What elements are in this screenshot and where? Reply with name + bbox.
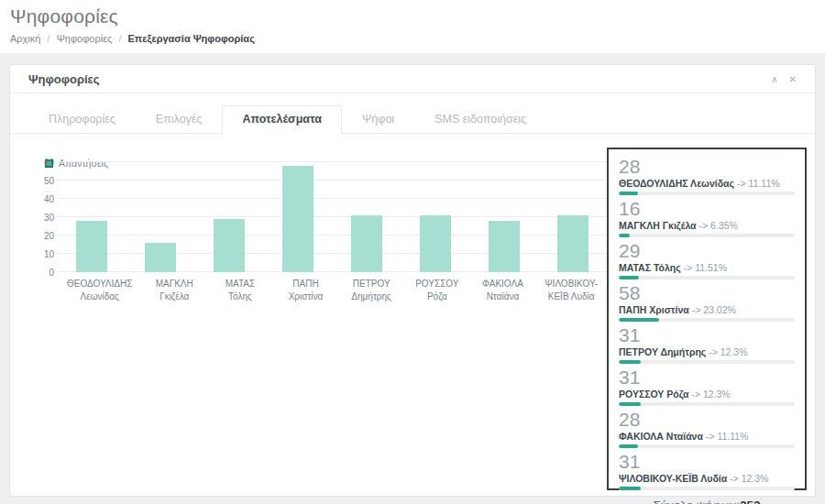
- close-icon[interactable]: ✕: [789, 75, 797, 84]
- y-axis-tick: 30: [44, 213, 54, 223]
- result-item: 16 ΜΑΓΚΛΗ Γκιζέλα -> 6.35%: [619, 200, 795, 237]
- x-axis-label: ΨΙΛΟΒΙΚΟΥ-ΚΕΪΒ Λυδία: [535, 278, 607, 302]
- result-progress-track: [619, 276, 795, 279]
- total-votes-label: Σύνολο ψήφων:: [654, 499, 740, 504]
- result-count: 28: [619, 158, 795, 176]
- result-item: 29 ΜΑΤΑΣ Τόλης -> 11.51%: [619, 242, 795, 279]
- breadcrumb-home-link[interactable]: Αρχική: [10, 33, 40, 44]
- result-percent: 12.3%: [703, 389, 731, 400]
- chart-plot-area: 0 10 20 30 40 50 60: [58, 161, 607, 272]
- page-title: Ψηφοφορίες: [10, 5, 825, 27]
- result-count: 29: [619, 242, 795, 260]
- breadcrumb-current: Επεξεργασία Ψηφοφορίας: [128, 33, 255, 44]
- bar-slot: [401, 215, 469, 272]
- answers-bar-chart: Απαντήσεις 0 10 20 30 40 50 60: [38, 161, 607, 490]
- result-item: 28 ΘΕΟΔΟΥΛΙΔΗΣ Λεωνίδας -> 11.11%: [619, 158, 795, 195]
- tab[interactable]: Αποτελέσματα: [222, 105, 341, 134]
- result-candidate-name: ΨΙΛΟΒΙΚΟΥ-ΚΕΪΒ Λυδία: [619, 473, 727, 484]
- result-progress-track: [619, 318, 795, 322]
- result-progress-fill: [619, 276, 639, 279]
- x-axis-label: ΠΕΤΡΟΥ Δημήτρης: [338, 278, 404, 302]
- tab[interactable]: Επιλογές: [136, 105, 223, 134]
- bar-slot: [126, 243, 195, 272]
- result-progress-fill: [619, 487, 641, 490]
- y-axis-tick: 20: [44, 231, 54, 241]
- result-item: 31 ΡΟΥΣΣΟΥ Ρόζα -> 12.3%: [619, 368, 795, 406]
- breadcrumb-votes-link[interactable]: Ψηφοφορίες: [57, 33, 113, 44]
- result-arrow: ->: [692, 304, 701, 315]
- result-line: ΨΙΛΟΒΙΚΟΥ-ΚΕΪΒ Λυδία -> 12.3%: [619, 473, 795, 484]
- total-votes-value: 252: [740, 499, 761, 504]
- result-progress-fill: [619, 234, 630, 237]
- result-line: ΘΕΟΔΟΥΛΙΔΗΣ Λεωνίδας -> 11.11%: [619, 178, 795, 189]
- votes-panel: Ψηφοφορίες ∧ ✕ Πληροφορίες Επιλογές Αποτ…: [9, 64, 816, 497]
- result-progress-fill: [619, 318, 659, 322]
- panel-header: Ψηφοφορίες ∧ ✕: [10, 65, 815, 93]
- x-axis-label: ΠΑΠΗ Χριστίνα: [273, 278, 339, 302]
- result-percent: 11.51%: [695, 262, 727, 273]
- result-arrow: ->: [737, 178, 746, 189]
- result-progress-fill: [619, 360, 641, 364]
- result-count: 58: [619, 284, 795, 302]
- result-progress-track: [619, 402, 795, 406]
- result-percent: 12.3%: [742, 473, 769, 484]
- result-arrow: ->: [730, 473, 739, 484]
- tab[interactable]: Πληροφορίες: [28, 105, 136, 134]
- result-arrow: ->: [698, 220, 708, 231]
- result-progress-track: [619, 360, 795, 364]
- chart-bar: [351, 215, 382, 272]
- chart-bars: [58, 161, 607, 272]
- result-percent: 23.02%: [703, 304, 736, 315]
- result-percent: 12.3%: [720, 346, 748, 357]
- breadcrumb-separator: /: [118, 33, 121, 44]
- result-count: 16: [619, 200, 795, 218]
- bar-slot: [264, 166, 333, 272]
- result-arrow: ->: [709, 346, 718, 357]
- result-item: 28 ΦΑΚΙΟΛΑ Νταϊάνα -> 11.11%: [619, 411, 795, 448]
- result-line: ΜΑΓΚΛΗ Γκιζέλα -> 6.35%: [619, 220, 795, 231]
- result-progress-fill: [619, 444, 638, 448]
- result-progress-fill: [619, 402, 641, 406]
- bar-slot: [333, 215, 402, 272]
- x-axis-label: ΘΕΟΔΟΥΛΙΔΗΣ Λεωνίδας: [58, 278, 141, 302]
- chart-bar: [214, 219, 245, 272]
- tab-bar: Πληροφορίες Επιλογές Αποτελέσματα Ψήφοι …: [10, 93, 815, 134]
- top-bar: Ψηφοφορίες Αρχική / Ψηφοφορίες / Επεξεργ…: [0, 0, 825, 53]
- results-content: Απαντήσεις 0 10 20 30 40 50 60: [10, 134, 815, 490]
- panel-tools: ∧ ✕: [771, 75, 797, 84]
- result-count: 28: [619, 411, 795, 429]
- y-axis-tick: 0: [49, 268, 54, 278]
- x-axis-label: ΦΑΚΙΟΛΑ Νταϊάνα: [470, 278, 536, 302]
- result-candidate-name: ΜΑΓΚΛΗ Γκιζέλα: [619, 220, 697, 231]
- result-line: ΠΕΤΡΟΥ Δημήτρης -> 12.3%: [619, 346, 795, 357]
- x-axis-labels: ΘΕΟΔΟΥΛΙΔΗΣ Λεωνίδας ΜΑΓΚΛΗ Γκιζέλα ΜΑΤΑ…: [58, 278, 607, 302]
- chart-bar: [420, 215, 451, 272]
- chart-bar: [489, 221, 520, 272]
- x-axis-label: ΜΑΤΑΣ Τόλης: [207, 278, 273, 302]
- x-axis-label: ΡΟΥΣΣΟΥ Ρόζα: [404, 278, 470, 302]
- result-candidate-name: ΠΑΠΗ Χριστίνα: [619, 304, 689, 315]
- y-axis-tick: 60: [44, 158, 54, 168]
- chart-bar: [76, 221, 107, 272]
- results-summary-box: 28 ΘΕΟΔΟΥΛΙΔΗΣ Λεωνίδας -> 11.11% 16 ΜΑΓ…: [607, 148, 807, 490]
- y-axis-tick: 50: [44, 176, 54, 186]
- result-candidate-name: ΦΑΚΙΟΛΑ Νταϊάνα: [619, 431, 703, 442]
- result-progress-fill: [619, 192, 638, 195]
- result-progress-track: [619, 444, 795, 448]
- result-candidate-name: ΠΕΤΡΟΥ Δημήτρης: [619, 346, 706, 357]
- tab[interactable]: Ψήφοι: [342, 105, 414, 134]
- result-candidate-name: ΡΟΥΣΣΟΥ Ρόζα: [619, 389, 688, 400]
- result-progress-track: [619, 192, 795, 195]
- chart-bar: [145, 243, 176, 272]
- tab[interactable]: SMS ειδοποιήσεις: [414, 105, 546, 134]
- result-percent: 11.11%: [749, 178, 780, 189]
- result-count: 31: [619, 453, 795, 471]
- result-line: ΡΟΥΣΣΟΥ Ρόζα -> 12.3%: [619, 389, 795, 400]
- collapse-icon[interactable]: ∧: [771, 75, 777, 84]
- result-arrow: ->: [691, 389, 700, 400]
- result-line: ΦΑΚΙΟΛΑ Νταϊάνα -> 11.11%: [619, 431, 795, 442]
- chart-bar: [282, 166, 314, 272]
- result-item: 31 ΨΙΛΟΒΙΚΟΥ-ΚΕΪΒ Λυδία -> 12.3%: [619, 453, 795, 490]
- chart-bar: [557, 215, 588, 272]
- bar-slot: [58, 221, 126, 272]
